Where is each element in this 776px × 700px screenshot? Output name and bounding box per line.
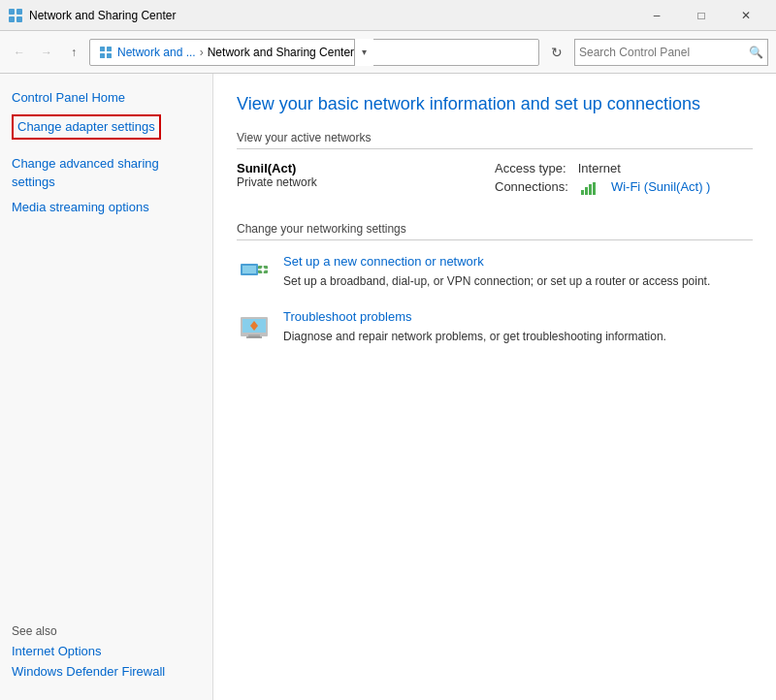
window-title: Network and Sharing Center (29, 9, 634, 22)
new-connection-icon (237, 254, 272, 289)
svg-rect-5 (107, 47, 112, 51)
network-info-left: Sunil(Act) Private network (237, 161, 495, 199)
minimize-button[interactable]: – (634, 0, 679, 31)
svg-rect-13 (242, 266, 256, 273)
breadcrumb-part2: Network and Sharing Center (208, 46, 354, 59)
page-title: View your basic network information and … (237, 93, 753, 115)
setting-item-troubleshoot: Troubleshoot problems Diagnose and repai… (237, 309, 753, 345)
breadcrumb-bar: Network and ... › Network and Sharing Ce… (89, 39, 539, 66)
network-name: Sunil(Act) (237, 161, 495, 175)
search-icon: 🔍 (749, 46, 763, 59)
access-type-label: Access type: (495, 161, 566, 175)
sidebar: Control Panel Home Change adapter settin… (0, 74, 213, 700)
app-icon (8, 8, 23, 23)
svg-rect-10 (589, 184, 592, 195)
breadcrumb-part1[interactable]: Network and ... (117, 46, 196, 59)
sidebar-nav: Control Panel Home Change adapter settin… (12, 89, 201, 224)
svg-rect-4 (100, 47, 105, 51)
svg-rect-11 (593, 182, 596, 195)
up-button[interactable]: ↑ (62, 41, 85, 64)
troubleshoot-desc: Diagnose and repair network problems, or… (283, 330, 666, 343)
breadcrumb-dropdown-button[interactable]: ▾ (354, 39, 373, 66)
address-bar: ← → ↑ Network and ... › Network and Shar… (0, 31, 776, 74)
search-input[interactable] (579, 46, 749, 59)
change-settings-header: Change your networking settings (237, 222, 753, 240)
wifi-bars-icon (580, 179, 599, 195)
svg-rect-7 (107, 53, 112, 58)
window-controls: – □ ✕ (634, 0, 768, 31)
svg-rect-2 (9, 16, 15, 22)
internet-options-link[interactable]: Internet Options (12, 644, 201, 658)
svg-rect-8 (581, 190, 584, 195)
sidebar-item-change-advanced-sharing[interactable]: Change advanced sharing settings (12, 155, 201, 190)
svg-rect-9 (585, 187, 588, 195)
title-bar: Network and Sharing Center – □ ✕ (0, 0, 776, 31)
svg-rect-1 (16, 9, 22, 15)
sidebar-item-media-streaming[interactable]: Media streaming options (12, 199, 201, 216)
see-also-label: See also (12, 624, 201, 638)
forward-button[interactable]: → (35, 41, 58, 64)
close-button[interactable]: ✕ (724, 0, 768, 31)
new-connection-link[interactable]: Set up a new connection or network (283, 254, 710, 269)
breadcrumb-icon (98, 45, 113, 60)
sidebar-item-change-adapter-settings[interactable]: Change adapter settings (12, 114, 161, 140)
content-area: View your basic network information and … (213, 74, 776, 700)
troubleshoot-icon (237, 309, 272, 344)
svg-rect-3 (16, 16, 22, 22)
connections-label: Connections: (495, 179, 568, 195)
refresh-button[interactable]: ↻ (543, 39, 570, 66)
network-info-right: Access type: Internet Connections: Wi-Fi… (495, 161, 753, 199)
sidebar-bottom: See also Internet Options Windows Defend… (12, 624, 201, 684)
access-type-row: Access type: Internet (495, 161, 753, 175)
active-networks-header: View your active networks (237, 131, 753, 149)
network-grid: Sunil(Act) Private network Access type: … (237, 161, 753, 199)
access-type-value: Internet (578, 161, 621, 175)
svg-rect-6 (100, 53, 105, 58)
svg-rect-0 (9, 9, 15, 15)
windows-defender-link[interactable]: Windows Defender Firewall (12, 664, 201, 679)
network-type: Private network (237, 175, 495, 189)
new-connection-text: Set up a new connection or network Set u… (283, 254, 710, 290)
search-box: 🔍 (574, 39, 768, 66)
troubleshoot-link[interactable]: Troubleshoot problems (283, 309, 666, 324)
maximize-button[interactable]: □ (679, 0, 724, 31)
back-button[interactable]: ← (8, 41, 31, 64)
wifi-connection-link[interactable]: Wi-Fi (Sunil(Act) ) (611, 179, 711, 195)
breadcrumb-sep1: › (200, 46, 204, 59)
new-connection-desc: Set up a broadband, dial-up, or VPN conn… (283, 274, 710, 288)
connections-row: Connections: Wi-Fi (Sunil(Act) ) (495, 179, 753, 195)
setting-item-new-connection: Set up a new connection or network Set u… (237, 254, 753, 290)
sidebar-item-control-panel-home[interactable]: Control Panel Home (12, 89, 201, 107)
main-container: Control Panel Home Change adapter settin… (0, 74, 776, 700)
troubleshoot-text: Troubleshoot problems Diagnose and repai… (283, 309, 666, 345)
